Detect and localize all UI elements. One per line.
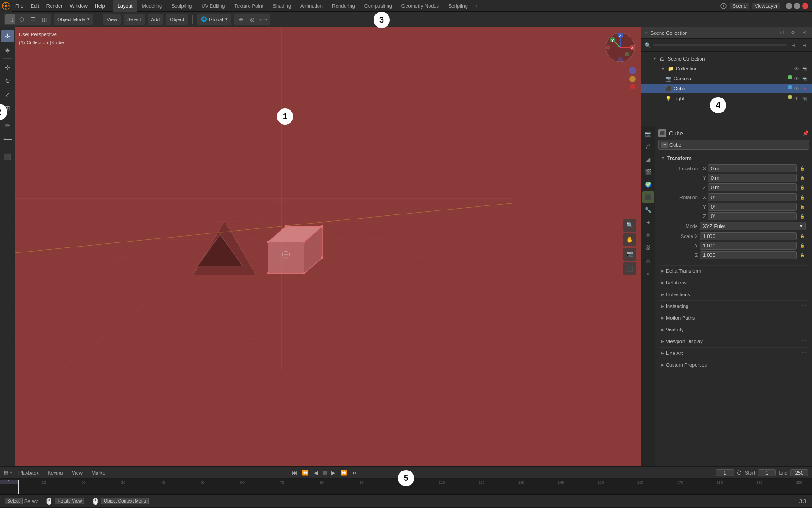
add-menu[interactable]: Add [148, 14, 164, 25]
tab-compositing[interactable]: Compositing [360, 0, 397, 12]
outliner-sort-btn[interactable]: ⊟ [789, 41, 798, 50]
relations-header[interactable]: ▶ Relations ⋯ [658, 277, 809, 288]
object-menu[interactable]: Object [166, 14, 188, 25]
light-render[interactable]: 📷 [801, 95, 808, 102]
measure-tool[interactable]: ⟵ [1, 133, 14, 145]
loc-z-lock[interactable]: 🔒 [798, 184, 806, 191]
scale-y-input[interactable]: 1.000 [700, 242, 797, 250]
tab-sculpting[interactable]: Sculpting [167, 0, 196, 12]
frame-track-area[interactable]: 10 20 30 40 50 60 70 80 90 100 110 120 1… [18, 480, 812, 494]
view-menu[interactable]: View [103, 14, 121, 25]
proportional-edit-icon[interactable]: ◎ [247, 14, 257, 24]
rot-x-lock[interactable]: 🔒 [798, 194, 806, 201]
end-frame-input[interactable]: 250 [790, 469, 808, 476]
editor-icon-2[interactable]: ⬡ [17, 14, 27, 24]
tab-rendering[interactable]: Rendering [328, 0, 360, 12]
loc-y-lock[interactable]: 🔒 [798, 174, 806, 182]
cube-visibility[interactable]: 👁 [793, 85, 800, 92]
tab-shading[interactable]: Shading [268, 0, 295, 12]
jump-prev-keyframe-btn[interactable]: ⏪ [301, 468, 310, 477]
scale-x-lock[interactable]: 🔒 [798, 233, 806, 240]
render-toggle[interactable]: 📷 [801, 65, 808, 72]
transform-dropdown[interactable]: 🌐Global▾ [197, 14, 231, 25]
rotation-mode-dropdown[interactable]: XYZ Euler ▾ [700, 222, 806, 230]
record-btn[interactable] [323, 471, 327, 475]
outliner-item-scene-collection[interactable]: ▼ 🗂 Scene Collection [641, 54, 812, 64]
material-btn[interactable]: ⬦ [642, 267, 654, 279]
physics-btn[interactable]: ⚛ [642, 229, 654, 241]
editor-icon-4[interactable]: ◫ [39, 14, 49, 24]
tab-layout[interactable]: Layout [113, 0, 137, 12]
step-forward-btn[interactable]: ▶ [329, 468, 338, 477]
object-name-input[interactable] [669, 142, 806, 148]
visibility-header[interactable]: ▶ Visibility ⋯ [658, 324, 809, 335]
outliner-item-camera[interactable]: 📷 Camera 👁 📷 [641, 74, 812, 84]
step-back-btn[interactable]: ◀ [312, 468, 321, 477]
collections-header[interactable]: ▶ Collections ⋯ [658, 289, 809, 299]
keying-menu[interactable]: Keying [45, 469, 66, 476]
scale-x-input[interactable]: 1.000 [700, 232, 797, 240]
add-workspace-button[interactable]: + [473, 2, 481, 9]
mode-dropdown[interactable]: Object Mode ▾ [54, 14, 93, 25]
delta-transform-header[interactable]: ▶ Delta Transform ⋯ [658, 265, 809, 276]
tab-uv-editing[interactable]: UV Editing [197, 0, 229, 12]
outliner-filter-btn[interactable]: ⚇ [778, 28, 787, 37]
particles-btn[interactable]: ✦ [642, 217, 654, 228]
rot-z-lock[interactable]: 🔒 [798, 213, 806, 220]
light-visibility[interactable]: 👁 [793, 95, 800, 102]
outliner-new-btn[interactable]: ⊕ [799, 41, 808, 50]
camera-toggle[interactable] [629, 76, 636, 82]
menu-edit[interactable]: Edit [27, 0, 43, 12]
motion-paths-header[interactable]: ▶ Motion Paths ⋯ [658, 312, 809, 323]
tab-modeling[interactable]: Modeling [138, 0, 167, 12]
tab-texture-paint[interactable]: Texture Paint [230, 0, 268, 12]
tab-animation[interactable]: Animation [296, 0, 327, 12]
output-props-btn[interactable]: 🖨 [642, 141, 654, 153]
grab-tool-btn[interactable]: ✋ [623, 233, 636, 246]
location-y-input[interactable]: 0 m [708, 174, 797, 182]
constraints-btn[interactable]: ⛓ [642, 242, 654, 254]
move-tool[interactable]: ⊹ [1, 61, 14, 74]
menu-window[interactable]: Window [66, 0, 91, 12]
mirror-icon[interactable]: ⟺ [258, 14, 268, 24]
camera-visibility[interactable]: 👁 [793, 75, 800, 82]
rotation-x-input[interactable]: 0° [708, 193, 797, 201]
viewport-icon[interactable]: ⬚ [5, 14, 15, 24]
menu-render[interactable]: Render [43, 0, 66, 12]
annotate-tool[interactable]: ✏ [1, 119, 14, 132]
modifier-btn[interactable]: 🔧 [642, 204, 654, 216]
maximize-button[interactable] [794, 3, 800, 9]
location-x-input[interactable]: 0 m [708, 164, 797, 172]
custom-props-header[interactable]: ▶ Custom Properties ⋯ [658, 359, 809, 370]
snap-icon[interactable]: ⊕ [236, 14, 246, 24]
current-frame-input[interactable]: 1 [716, 469, 734, 476]
start-frame-input[interactable]: 1 [758, 469, 776, 476]
add-cube-tool[interactable]: ⬛ [1, 150, 14, 163]
location-z-input[interactable]: 0 m [708, 183, 797, 191]
scale-tool[interactable]: ⤢ [1, 88, 14, 101]
select-menu[interactable]: Select [124, 14, 145, 25]
outliner-item-cube[interactable]: ⬛ Cube 👁 ✕ [641, 84, 812, 93]
camera-render[interactable]: 📷 [801, 75, 808, 82]
outliner-btn[interactable]: ⬛ [623, 262, 636, 275]
editor-icon-3[interactable]: ☰ [28, 14, 38, 24]
jump-end-btn[interactable]: ⏭ [351, 468, 360, 477]
search-tool-btn[interactable]: 🔍 [623, 219, 636, 232]
transform-header[interactable]: ▼ Transform [658, 154, 809, 163]
outliner-settings-btn[interactable]: ⚙ [789, 28, 798, 37]
line-art-header[interactable]: ▶ Line Art ⋯ [658, 347, 809, 358]
prop-pin-btn[interactable]: 📌 [802, 130, 809, 137]
world-props-btn[interactable]: 🌍 [642, 179, 654, 191]
marker-menu[interactable]: Marker [89, 469, 110, 476]
rotation-z-input[interactable]: 0° [708, 212, 797, 220]
x-ray-toggle[interactable] [630, 84, 635, 89]
jump-start-btn[interactable]: ⏮ [290, 468, 299, 477]
cube-render[interactable]: ✕ [801, 85, 808, 92]
scene-selector[interactable]: Scene [730, 3, 749, 9]
object-props-btn[interactable]: ⬛ [642, 191, 654, 203]
scene-props-btn[interactable]: 🎬 [642, 166, 654, 178]
camera-viewport-btn[interactable]: 📷 [623, 248, 636, 261]
close-button[interactable] [802, 3, 808, 9]
viewport-display-header[interactable]: ▶ Viewport Display ⋯ [658, 336, 809, 346]
select-tool[interactable]: ◈ [1, 43, 14, 56]
